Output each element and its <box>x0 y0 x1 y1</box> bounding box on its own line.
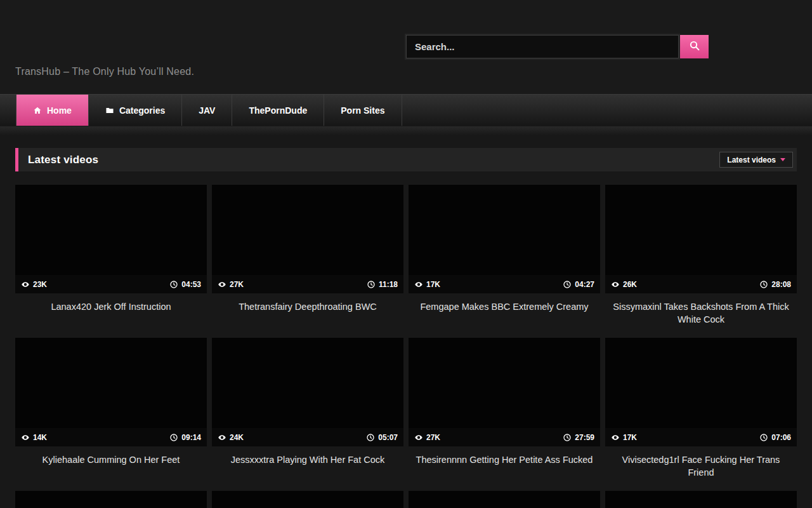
video-title[interactable]: Vivisectedg1rl Face Fucking Her Trans Fr… <box>605 446 797 479</box>
folder-icon <box>105 106 114 115</box>
video-thumbnail[interactable] <box>212 491 403 508</box>
video-title[interactable]: Thetransfairy Deepthroating BWC <box>212 293 403 313</box>
video-card[interactable]: 24K05:07Jessxxxtra Playing With Her Fat … <box>212 338 403 486</box>
video-card-partial[interactable] <box>15 491 207 508</box>
view-count: 26K <box>611 280 637 289</box>
video-card-partial[interactable] <box>409 491 600 508</box>
view-count: 14K <box>21 433 47 442</box>
clock-icon <box>563 433 572 442</box>
sort-dropdown[interactable]: Latest videos <box>719 152 793 168</box>
nav-item-label: JAV <box>199 105 215 116</box>
video-card[interactable]: 14K09:14Kyliehaale Cumming On Her Feet <box>15 338 207 486</box>
thumbnail-meta-bar: 23K04:53 <box>15 275 207 293</box>
thumbnail-meta-bar: 17K07:06 <box>605 428 797 446</box>
nav-item-label: Porn Sites <box>341 105 384 116</box>
section-header: Latest videos Latest videos <box>15 148 797 171</box>
clock-icon <box>169 280 178 289</box>
thumbnail-meta-bar: 24K05:07 <box>212 428 403 446</box>
eye-icon <box>21 280 30 289</box>
video-thumbnail[interactable]: 17K07:06 <box>605 338 797 446</box>
nav-item-theporndude[interactable]: ThePornDude <box>232 95 324 126</box>
video-thumbnail[interactable]: 24K05:07 <box>212 338 403 446</box>
duration: 05:07 <box>366 433 398 442</box>
nav-item-label: Home <box>47 105 72 116</box>
video-card[interactable]: 27K27:59Thesirennnn Getting Her Petite A… <box>409 338 600 486</box>
nav-item-jav[interactable]: JAV <box>182 95 232 126</box>
eye-icon <box>611 280 620 289</box>
sort-dropdown-label: Latest videos <box>727 156 776 164</box>
nav-item-label: ThePornDude <box>249 105 307 116</box>
eye-icon <box>218 433 226 442</box>
nav-item-porn-sites[interactable]: Porn Sites <box>324 95 402 126</box>
eye-icon <box>218 280 226 289</box>
search-button[interactable] <box>680 35 709 58</box>
video-card-partial[interactable] <box>212 491 403 508</box>
video-card[interactable]: 17K07:06Vivisectedg1rl Face Fucking Her … <box>605 338 797 486</box>
eye-icon <box>21 433 30 442</box>
nav-item-home[interactable]: Home <box>16 95 89 126</box>
thumbnail-meta-bar: 14K09:14 <box>15 428 207 446</box>
video-thumbnail[interactable]: 23K04:53 <box>15 185 207 293</box>
video-title[interactable]: Sissymaxinl Takes Backshots From A Thick… <box>605 293 797 326</box>
video-title[interactable]: Thesirennnn Getting Her Petite Ass Fucke… <box>409 446 600 466</box>
thumbnail-meta-bar: 17K04:27 <box>409 275 600 293</box>
video-thumbnail[interactable]: 26K28:08 <box>605 185 797 293</box>
video-title[interactable]: Kyliehaale Cumming On Her Feet <box>15 446 207 466</box>
video-card-partial[interactable] <box>605 491 797 508</box>
video-title[interactable]: Femgape Makes BBC Extremely Creamy <box>409 293 600 313</box>
thumbnail-meta-bar: 27K27:59 <box>409 428 600 446</box>
nav-item-categories[interactable]: Categories <box>89 95 182 126</box>
clock-icon <box>367 280 376 289</box>
chevron-down-icon <box>780 158 785 161</box>
duration: 04:27 <box>563 280 594 289</box>
video-thumbnail[interactable]: 27K11:18 <box>212 185 403 293</box>
video-card[interactable]: 17K04:27Femgape Makes BBC Extremely Crea… <box>409 185 600 333</box>
section-title: Latest videos <box>28 154 98 166</box>
section-accent <box>15 148 18 171</box>
search-bar <box>406 35 709 58</box>
video-thumbnail[interactable]: 27K27:59 <box>409 338 600 446</box>
home-icon <box>33 106 42 115</box>
search-icon <box>689 40 700 53</box>
clock-icon <box>169 433 178 442</box>
video-card[interactable]: 23K04:53Lanax420 Jerk Off Instruction <box>15 185 207 333</box>
video-title[interactable]: Jessxxxtra Playing With Her Fat Cock <box>212 446 403 466</box>
duration: 04:53 <box>169 280 201 289</box>
clock-icon <box>759 280 768 289</box>
eye-icon <box>414 280 423 289</box>
eye-icon <box>414 433 423 442</box>
thumbnail-meta-bar: 27K11:18 <box>212 275 403 293</box>
duration: 11:18 <box>367 280 398 289</box>
view-count: 27K <box>414 433 440 442</box>
view-count: 23K <box>21 280 47 289</box>
view-count: 24K <box>218 433 244 442</box>
view-count: 17K <box>414 280 440 289</box>
search-input[interactable] <box>406 35 679 58</box>
duration: 07:06 <box>759 433 791 442</box>
video-card[interactable]: 26K28:08Sissymaxinl Takes Backshots From… <box>605 185 797 333</box>
site-tagline: TransHub – The Only Hub You’ll Need. <box>15 66 194 77</box>
video-thumbnail[interactable] <box>15 491 207 508</box>
clock-icon <box>563 280 572 289</box>
video-thumbnail[interactable]: 14K09:14 <box>15 338 207 446</box>
main-nav: HomeCategoriesJAVThePornDudePorn Sites <box>0 94 812 126</box>
nav-item-label: Categories <box>119 105 165 116</box>
duration: 28:08 <box>759 280 791 289</box>
clock-icon <box>759 433 768 442</box>
video-thumbnail[interactable] <box>605 491 797 508</box>
video-thumbnail[interactable]: 17K04:27 <box>409 185 600 293</box>
view-count: 17K <box>611 433 637 442</box>
video-title[interactable]: Lanax420 Jerk Off Instruction <box>15 293 207 313</box>
duration: 27:59 <box>563 433 594 442</box>
video-card[interactable]: 27K11:18Thetransfairy Deepthroating BWC <box>212 185 403 333</box>
duration: 09:14 <box>169 433 201 442</box>
view-count: 27K <box>218 280 244 289</box>
thumbnail-meta-bar: 26K28:08 <box>605 275 797 293</box>
clock-icon <box>366 433 375 442</box>
site-header: TransHub – The Only Hub You’ll Need. <box>0 0 812 94</box>
video-grid: 23K04:53Lanax420 Jerk Off Instruction27K… <box>15 185 797 508</box>
eye-icon <box>611 433 620 442</box>
video-thumbnail[interactable] <box>409 491 600 508</box>
